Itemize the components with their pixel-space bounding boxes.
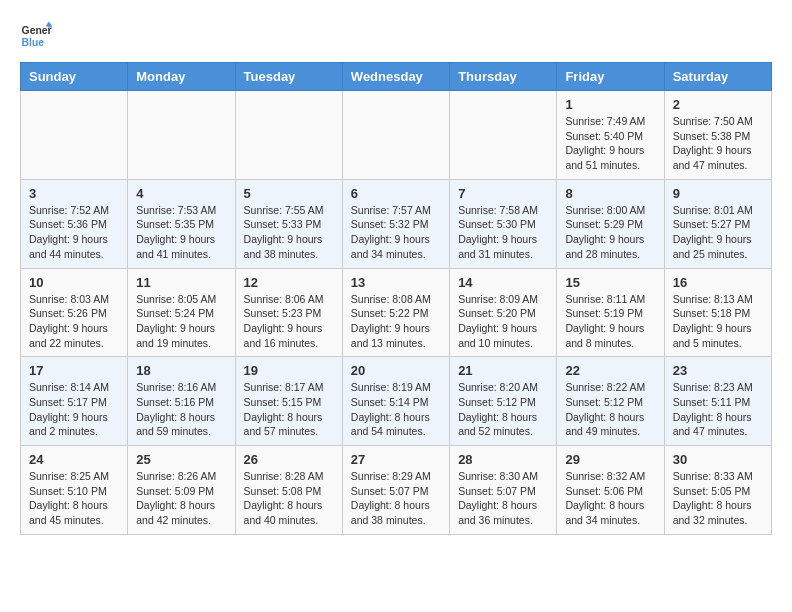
day-info: Sunrise: 8:16 AM Sunset: 5:16 PM Dayligh…: [136, 380, 226, 439]
calendar-cell: 4Sunrise: 7:53 AM Sunset: 5:35 PM Daylig…: [128, 179, 235, 268]
svg-text:General: General: [22, 25, 52, 36]
calendar-cell: 11Sunrise: 8:05 AM Sunset: 5:24 PM Dayli…: [128, 268, 235, 357]
day-number: 23: [673, 363, 763, 378]
day-info: Sunrise: 7:55 AM Sunset: 5:33 PM Dayligh…: [244, 203, 334, 262]
week-row-0: 1Sunrise: 7:49 AM Sunset: 5:40 PM Daylig…: [21, 91, 772, 180]
day-number: 19: [244, 363, 334, 378]
day-info: Sunrise: 8:00 AM Sunset: 5:29 PM Dayligh…: [565, 203, 655, 262]
day-number: 16: [673, 275, 763, 290]
day-number: 20: [351, 363, 441, 378]
day-info: Sunrise: 8:03 AM Sunset: 5:26 PM Dayligh…: [29, 292, 119, 351]
week-row-4: 24Sunrise: 8:25 AM Sunset: 5:10 PM Dayli…: [21, 446, 772, 535]
calendar-cell: 26Sunrise: 8:28 AM Sunset: 5:08 PM Dayli…: [235, 446, 342, 535]
day-info: Sunrise: 8:22 AM Sunset: 5:12 PM Dayligh…: [565, 380, 655, 439]
calendar-cell: [235, 91, 342, 180]
logo-icon: General Blue: [20, 20, 52, 52]
header-row: SundayMondayTuesdayWednesdayThursdayFrid…: [21, 63, 772, 91]
header-sunday: Sunday: [21, 63, 128, 91]
day-info: Sunrise: 8:08 AM Sunset: 5:22 PM Dayligh…: [351, 292, 441, 351]
calendar-cell: 25Sunrise: 8:26 AM Sunset: 5:09 PM Dayli…: [128, 446, 235, 535]
day-info: Sunrise: 8:06 AM Sunset: 5:23 PM Dayligh…: [244, 292, 334, 351]
week-row-2: 10Sunrise: 8:03 AM Sunset: 5:26 PM Dayli…: [21, 268, 772, 357]
day-number: 15: [565, 275, 655, 290]
calendar-cell: 20Sunrise: 8:19 AM Sunset: 5:14 PM Dayli…: [342, 357, 449, 446]
calendar-cell: 14Sunrise: 8:09 AM Sunset: 5:20 PM Dayli…: [450, 268, 557, 357]
day-info: Sunrise: 8:23 AM Sunset: 5:11 PM Dayligh…: [673, 380, 763, 439]
day-number: 5: [244, 186, 334, 201]
header-saturday: Saturday: [664, 63, 771, 91]
day-number: 2: [673, 97, 763, 112]
day-info: Sunrise: 8:20 AM Sunset: 5:12 PM Dayligh…: [458, 380, 548, 439]
day-info: Sunrise: 8:05 AM Sunset: 5:24 PM Dayligh…: [136, 292, 226, 351]
day-number: 26: [244, 452, 334, 467]
header: General Blue: [20, 20, 772, 52]
svg-text:Blue: Blue: [22, 37, 45, 48]
calendar-cell: 21Sunrise: 8:20 AM Sunset: 5:12 PM Dayli…: [450, 357, 557, 446]
day-info: Sunrise: 8:11 AM Sunset: 5:19 PM Dayligh…: [565, 292, 655, 351]
day-number: 30: [673, 452, 763, 467]
logo: General Blue: [20, 20, 52, 52]
day-number: 12: [244, 275, 334, 290]
calendar-cell: 23Sunrise: 8:23 AM Sunset: 5:11 PM Dayli…: [664, 357, 771, 446]
calendar-cell: 27Sunrise: 8:29 AM Sunset: 5:07 PM Dayli…: [342, 446, 449, 535]
day-info: Sunrise: 7:50 AM Sunset: 5:38 PM Dayligh…: [673, 114, 763, 173]
day-number: 11: [136, 275, 226, 290]
calendar-cell: [128, 91, 235, 180]
day-number: 17: [29, 363, 119, 378]
header-wednesday: Wednesday: [342, 63, 449, 91]
calendar-cell: 15Sunrise: 8:11 AM Sunset: 5:19 PM Dayli…: [557, 268, 664, 357]
day-info: Sunrise: 7:57 AM Sunset: 5:32 PM Dayligh…: [351, 203, 441, 262]
day-number: 14: [458, 275, 548, 290]
day-info: Sunrise: 8:33 AM Sunset: 5:05 PM Dayligh…: [673, 469, 763, 528]
calendar-cell: 16Sunrise: 8:13 AM Sunset: 5:18 PM Dayli…: [664, 268, 771, 357]
calendar-cell: 29Sunrise: 8:32 AM Sunset: 5:06 PM Dayli…: [557, 446, 664, 535]
calendar-cell: 8Sunrise: 8:00 AM Sunset: 5:29 PM Daylig…: [557, 179, 664, 268]
calendar-cell: 2Sunrise: 7:50 AM Sunset: 5:38 PM Daylig…: [664, 91, 771, 180]
day-number: 4: [136, 186, 226, 201]
calendar-cell: 1Sunrise: 7:49 AM Sunset: 5:40 PM Daylig…: [557, 91, 664, 180]
calendar-cell: [21, 91, 128, 180]
calendar-cell: 17Sunrise: 8:14 AM Sunset: 5:17 PM Dayli…: [21, 357, 128, 446]
day-number: 8: [565, 186, 655, 201]
day-info: Sunrise: 8:29 AM Sunset: 5:07 PM Dayligh…: [351, 469, 441, 528]
day-info: Sunrise: 8:13 AM Sunset: 5:18 PM Dayligh…: [673, 292, 763, 351]
day-info: Sunrise: 8:26 AM Sunset: 5:09 PM Dayligh…: [136, 469, 226, 528]
calendar-cell: [450, 91, 557, 180]
day-info: Sunrise: 8:28 AM Sunset: 5:08 PM Dayligh…: [244, 469, 334, 528]
calendar-cell: 24Sunrise: 8:25 AM Sunset: 5:10 PM Dayli…: [21, 446, 128, 535]
day-number: 18: [136, 363, 226, 378]
day-number: 6: [351, 186, 441, 201]
day-number: 21: [458, 363, 548, 378]
day-number: 27: [351, 452, 441, 467]
day-info: Sunrise: 7:58 AM Sunset: 5:30 PM Dayligh…: [458, 203, 548, 262]
day-number: 3: [29, 186, 119, 201]
day-info: Sunrise: 8:30 AM Sunset: 5:07 PM Dayligh…: [458, 469, 548, 528]
day-info: Sunrise: 7:53 AM Sunset: 5:35 PM Dayligh…: [136, 203, 226, 262]
day-number: 1: [565, 97, 655, 112]
calendar-cell: 22Sunrise: 8:22 AM Sunset: 5:12 PM Dayli…: [557, 357, 664, 446]
day-number: 25: [136, 452, 226, 467]
calendar-cell: [342, 91, 449, 180]
header-friday: Friday: [557, 63, 664, 91]
day-number: 9: [673, 186, 763, 201]
day-info: Sunrise: 7:52 AM Sunset: 5:36 PM Dayligh…: [29, 203, 119, 262]
day-number: 7: [458, 186, 548, 201]
day-info: Sunrise: 8:09 AM Sunset: 5:20 PM Dayligh…: [458, 292, 548, 351]
header-monday: Monday: [128, 63, 235, 91]
calendar-table: SundayMondayTuesdayWednesdayThursdayFrid…: [20, 62, 772, 535]
week-row-3: 17Sunrise: 8:14 AM Sunset: 5:17 PM Dayli…: [21, 357, 772, 446]
day-info: Sunrise: 7:49 AM Sunset: 5:40 PM Dayligh…: [565, 114, 655, 173]
calendar-cell: 13Sunrise: 8:08 AM Sunset: 5:22 PM Dayli…: [342, 268, 449, 357]
calendar-cell: 9Sunrise: 8:01 AM Sunset: 5:27 PM Daylig…: [664, 179, 771, 268]
calendar-cell: 6Sunrise: 7:57 AM Sunset: 5:32 PM Daylig…: [342, 179, 449, 268]
calendar-cell: 28Sunrise: 8:30 AM Sunset: 5:07 PM Dayli…: [450, 446, 557, 535]
day-number: 29: [565, 452, 655, 467]
day-info: Sunrise: 8:32 AM Sunset: 5:06 PM Dayligh…: [565, 469, 655, 528]
day-number: 13: [351, 275, 441, 290]
week-row-1: 3Sunrise: 7:52 AM Sunset: 5:36 PM Daylig…: [21, 179, 772, 268]
day-info: Sunrise: 8:14 AM Sunset: 5:17 PM Dayligh…: [29, 380, 119, 439]
day-info: Sunrise: 8:19 AM Sunset: 5:14 PM Dayligh…: [351, 380, 441, 439]
calendar-cell: 18Sunrise: 8:16 AM Sunset: 5:16 PM Dayli…: [128, 357, 235, 446]
calendar-cell: 10Sunrise: 8:03 AM Sunset: 5:26 PM Dayli…: [21, 268, 128, 357]
calendar-cell: 5Sunrise: 7:55 AM Sunset: 5:33 PM Daylig…: [235, 179, 342, 268]
